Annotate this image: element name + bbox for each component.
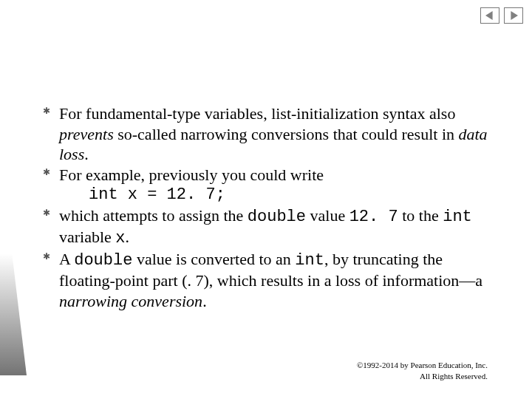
bullet-4-text-d: . xyxy=(202,292,207,310)
bullet-1-text-c: that could result in xyxy=(329,125,458,143)
decorative-shadow xyxy=(0,154,44,375)
copyright-line-2: All Rights Reserved. xyxy=(357,371,488,381)
bullet-1-text-b: so-called xyxy=(114,125,180,143)
bullet-4: A double value is converted to an int, b… xyxy=(43,249,488,312)
svg-marker-1 xyxy=(511,11,518,20)
bullet-4-narrowing: narrowing conversion xyxy=(59,292,202,310)
bullet-1-prevents: prevents xyxy=(59,125,114,143)
triangle-right-icon xyxy=(509,11,518,20)
bullet-1: For fundamental-type variables, list-ini… xyxy=(43,103,488,165)
bullet-4-int: int xyxy=(295,251,324,270)
copyright-line-1: ©1992-2014 by Pearson Education, Inc. xyxy=(357,360,488,370)
bullet-4-text-a: A xyxy=(59,250,74,268)
next-slide-button[interactable] xyxy=(504,7,523,24)
bullet-3-val: 12. 7 xyxy=(349,208,398,226)
bullet-3-text-b: value xyxy=(306,206,349,225)
code-line: int x = 12. 7; xyxy=(43,185,488,205)
bullet-1-text-d: . xyxy=(84,145,89,163)
bullet-3-text-e: . xyxy=(126,228,130,246)
bullet-3-double: double xyxy=(248,208,306,226)
slide-nav xyxy=(480,7,523,24)
bullet-1-text-a: For fundamental-type variables, list-ini… xyxy=(59,104,455,123)
bullet-3-x: x xyxy=(115,229,125,248)
bullet-1-narrowing: narrowing conversions xyxy=(180,125,329,143)
bullet-2-text: For example, previously you could write xyxy=(59,166,324,184)
triangle-left-icon xyxy=(485,11,494,20)
bullet-3-int: int xyxy=(443,208,472,226)
bullet-3-text-c: to the xyxy=(398,206,443,225)
bullet-4-double: double xyxy=(74,251,132,270)
prev-slide-button[interactable] xyxy=(480,7,499,24)
slide-body: For fundamental-type variables, list-ini… xyxy=(43,103,488,311)
copyright-footer: ©1992-2014 by Pearson Education, Inc. Al… xyxy=(357,360,488,381)
bullet-3-text-a: which attempts to assign the xyxy=(59,206,248,225)
bullet-3: which attempts to assign the double valu… xyxy=(43,205,488,249)
svg-marker-0 xyxy=(485,11,493,20)
bullet-2: For example, previously you could write xyxy=(43,165,488,185)
bullet-4-text-b: value is converted to an xyxy=(132,250,295,268)
bullet-3-text-d: variable xyxy=(59,228,115,246)
